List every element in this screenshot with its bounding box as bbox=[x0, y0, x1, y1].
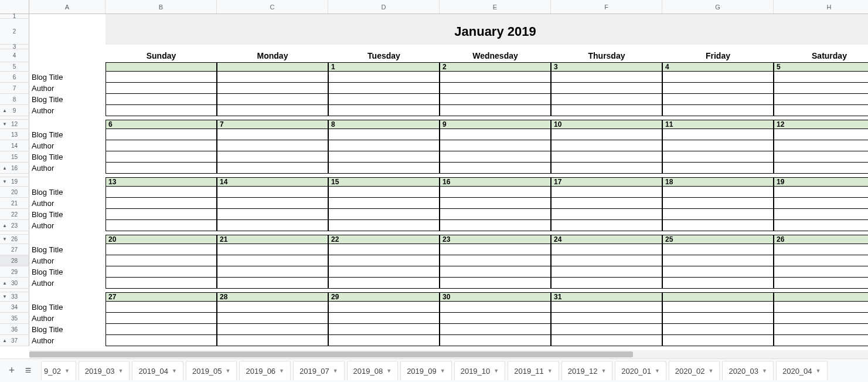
calendar-entry-cell[interactable] bbox=[105, 244, 217, 255]
row-header[interactable]: 29 bbox=[0, 266, 29, 278]
sheet-tab[interactable]: 2019_08▼ bbox=[347, 361, 399, 380]
sheet-tab[interactable]: 2019_06▼ bbox=[239, 361, 291, 380]
col-header-C[interactable]: C bbox=[217, 0, 328, 13]
calendar-entry-cell[interactable] bbox=[328, 151, 440, 163]
sheet-tab[interactable]: 2019_12▼ bbox=[561, 361, 613, 380]
calendar-entry-cell[interactable] bbox=[328, 209, 440, 220]
calendar-entry-cell[interactable] bbox=[217, 94, 328, 105]
row-header[interactable]: 8 bbox=[0, 94, 29, 105]
calendar-entry-cell[interactable] bbox=[440, 151, 551, 163]
col-header-H[interactable]: H bbox=[774, 0, 868, 13]
calendar-entry-cell[interactable] bbox=[440, 324, 551, 335]
calendar-entry-cell[interactable] bbox=[774, 105, 868, 116]
col-header-F[interactable]: F bbox=[551, 0, 662, 13]
calendar-date-cell[interactable]: 30 bbox=[440, 292, 551, 302]
select-all-corner[interactable] bbox=[0, 0, 29, 13]
calendar-entry-cell[interactable] bbox=[440, 209, 551, 220]
calendar-entry-cell[interactable] bbox=[440, 140, 551, 151]
group-collapse-down-icon[interactable]: ▼ bbox=[2, 294, 7, 299]
calendar-entry-cell[interactable] bbox=[328, 313, 440, 324]
chevron-down-icon[interactable]: ▼ bbox=[547, 368, 553, 374]
calendar-entry-cell[interactable] bbox=[662, 255, 774, 266]
calendar-date-cell[interactable]: 12 bbox=[774, 120, 868, 129]
calendar-entry-cell[interactable] bbox=[774, 151, 868, 163]
calendar-entry-cell[interactable] bbox=[551, 313, 662, 324]
calendar-entry-cell[interactable] bbox=[440, 105, 551, 116]
row-header[interactable]: 12▼ bbox=[0, 120, 29, 129]
group-collapse-up-icon[interactable]: ▲ bbox=[2, 165, 7, 171]
row-header[interactable]: 22 bbox=[0, 209, 29, 220]
calendar-entry-cell[interactable] bbox=[440, 302, 551, 313]
chevron-down-icon[interactable]: ▼ bbox=[118, 368, 123, 374]
calendar-entry-cell[interactable] bbox=[440, 313, 551, 324]
cell[interactable] bbox=[29, 292, 105, 302]
row-header[interactable]: 2 bbox=[0, 19, 29, 45]
calendar-date-cell[interactable]: 16 bbox=[440, 177, 551, 187]
calendar-entry-cell[interactable] bbox=[662, 302, 774, 313]
calendar-entry-cell[interactable] bbox=[217, 302, 328, 313]
all-sheets-button[interactable]: ≡ bbox=[20, 363, 36, 379]
row-header[interactable]: 28 bbox=[0, 255, 29, 266]
calendar-entry-cell[interactable] bbox=[440, 220, 551, 231]
calendar-entry-cell[interactable] bbox=[328, 255, 440, 266]
calendar-entry-cell[interactable] bbox=[551, 255, 662, 266]
calendar-entry-cell[interactable] bbox=[105, 72, 217, 83]
calendar-date-cell[interactable]: 29 bbox=[328, 292, 440, 302]
calendar-entry-cell[interactable] bbox=[551, 335, 662, 346]
col-header-B[interactable]: B bbox=[105, 0, 217, 13]
row-header[interactable]: 16▲ bbox=[0, 163, 29, 174]
calendar-date-cell[interactable]: 24 bbox=[551, 235, 662, 244]
group-collapse-down-icon[interactable]: ▼ bbox=[2, 121, 7, 127]
calendar-entry-cell[interactable] bbox=[662, 266, 774, 278]
horizontal-scrollbar[interactable] bbox=[29, 350, 868, 359]
chevron-down-icon[interactable]: ▼ bbox=[440, 368, 445, 374]
calendar-entry-cell[interactable] bbox=[217, 335, 328, 346]
sheet-tab[interactable]: 2020_01▼ bbox=[615, 361, 666, 380]
calendar-entry-cell[interactable] bbox=[328, 198, 440, 209]
calendar-date-cell[interactable]: 6 bbox=[105, 120, 217, 129]
calendar-entry-cell[interactable] bbox=[440, 83, 551, 94]
calendar-date-cell[interactable]: 20 bbox=[105, 235, 217, 244]
calendar-entry-cell[interactable] bbox=[328, 244, 440, 255]
calendar-entry-cell[interactable] bbox=[662, 151, 774, 163]
calendar-date-cell[interactable]: 25 bbox=[662, 235, 774, 244]
calendar-date-cell[interactable]: 26 bbox=[774, 235, 868, 244]
calendar-entry-cell[interactable] bbox=[774, 324, 868, 335]
calendar-date-cell[interactable]: 18 bbox=[662, 177, 774, 187]
calendar-entry-cell[interactable] bbox=[551, 83, 662, 94]
calendar-entry-cell[interactable] bbox=[551, 302, 662, 313]
calendar-entry-cell[interactable] bbox=[105, 278, 217, 289]
cell[interactable] bbox=[29, 14, 105, 19]
row-header[interactable]: 20 bbox=[0, 187, 29, 198]
row-header[interactable]: 7 bbox=[0, 83, 29, 94]
calendar-entry-cell[interactable] bbox=[328, 129, 440, 140]
sheet-tab[interactable]: 2019_04▼ bbox=[132, 361, 183, 380]
row-label-cell[interactable]: Author bbox=[29, 105, 105, 116]
calendar-date-cell[interactable]: 27 bbox=[105, 292, 217, 302]
calendar-entry-cell[interactable] bbox=[774, 278, 868, 289]
calendar-entry-cell[interactable] bbox=[662, 220, 774, 231]
row-label-cell[interactable]: Author bbox=[29, 140, 105, 151]
calendar-entry-cell[interactable] bbox=[662, 209, 774, 220]
sheet-tab[interactable]: 2020_03▼ bbox=[722, 361, 774, 380]
dow-sunday[interactable]: Sunday bbox=[105, 49, 217, 62]
chevron-down-icon[interactable]: ▼ bbox=[762, 368, 767, 374]
row-label-cell[interactable]: Blog Title bbox=[29, 244, 105, 255]
calendar-entry-cell[interactable] bbox=[328, 335, 440, 346]
calendar-entry-cell[interactable] bbox=[774, 255, 868, 266]
calendar-entry-cell[interactable] bbox=[328, 140, 440, 151]
calendar-date-cell[interactable]: 7 bbox=[217, 120, 328, 129]
sheet-tab[interactable]: 2019_05▼ bbox=[186, 361, 237, 380]
calendar-entry-cell[interactable] bbox=[328, 278, 440, 289]
calendar-entry-cell[interactable] bbox=[551, 94, 662, 105]
row-header[interactable]: 15 bbox=[0, 151, 29, 163]
calendar-date-cell[interactable] bbox=[217, 62, 328, 72]
calendar-entry-cell[interactable] bbox=[105, 220, 217, 231]
calendar-entry-cell[interactable] bbox=[105, 324, 217, 335]
dow-friday[interactable]: Friday bbox=[662, 49, 774, 62]
calendar-entry-cell[interactable] bbox=[105, 266, 217, 278]
calendar-entry-cell[interactable] bbox=[217, 198, 328, 209]
row-label-cell[interactable]: Author bbox=[29, 163, 105, 174]
calendar-entry-cell[interactable] bbox=[217, 266, 328, 278]
row-label-cell[interactable]: Blog Title bbox=[29, 94, 105, 105]
